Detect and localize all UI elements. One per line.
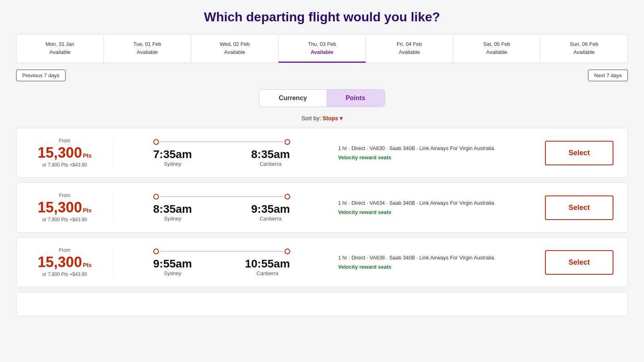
flight-3-route: 9:55am Sydney 10:55am Canberra: [113, 249, 330, 276]
arrival-circle: [285, 194, 290, 200]
arrival-circle: [285, 249, 290, 254]
flight-1-arrival: 8:35am Canberra: [251, 148, 290, 167]
flight-1-amount: 15,300 Pts: [25, 144, 105, 161]
flight-2-from-label: From: [25, 193, 105, 198]
tab-avail-1: Available: [107, 48, 188, 56]
flight-2-route-visual: [153, 194, 290, 200]
tab-sat-05-feb[interactable]: Sat, 05 Feb Available: [453, 35, 541, 63]
prev-7-days-button[interactable]: Previous 7 days: [16, 70, 66, 81]
select-button-1[interactable]: Select: [545, 141, 613, 165]
flight-3-details: 1 hr · Direct · VA638 · Saab 340B · Link…: [330, 253, 539, 272]
select-button-2[interactable]: Select: [545, 195, 613, 220]
flight-1-details: 1 hr · Direct · VA630 · Saab 340B · Link…: [330, 144, 539, 162]
flight-2-times: 8:35am Sydney 9:35am Canberra: [153, 203, 290, 222]
flight-2-alt-price: or 7,800 Pts +$43.90: [25, 217, 105, 222]
flight-card-1: From 15,300 Pts or 7,800 Pts +$43.90 7:3…: [16, 128, 628, 178]
route-line: [161, 251, 283, 251]
arrival-circle: [285, 139, 290, 145]
flight-3-amount: 15,300 Pts: [25, 254, 105, 271]
page-title: Which departing flight would you like?: [16, 10, 628, 25]
flight-3-price: From 15,300 Pts or 7,800 Pts +$43.90: [25, 247, 113, 277]
tab-avail-6: Available: [544, 48, 624, 56]
flight-3-route-visual: [153, 249, 290, 254]
tab-avail-4: Available: [369, 48, 450, 56]
flight-2-details: 1 hr · Direct · VA634 · Saab 340B · Link…: [330, 198, 539, 217]
tab-day-0: Mon, 31 Jan: [20, 40, 100, 48]
tab-day-5: Sat, 05 Feb: [456, 40, 537, 48]
flight-card-3: From 15,300 Pts or 7,800 Pts +$43.90 9:5…: [16, 237, 628, 287]
flight-2-price: From 15,300 Pts or 7,800 Pts +$43.90: [25, 193, 113, 222]
tab-sun-06-feb[interactable]: Sun, 06 Feb Available: [541, 35, 627, 63]
tab-avail-0: Available: [20, 48, 100, 56]
tab-day-6: Sun, 06 Feb: [544, 40, 624, 48]
tab-avail-3: Available: [282, 48, 362, 56]
flight-2-action: Select: [539, 195, 619, 220]
flight-list: From 15,300 Pts or 7,800 Pts +$43.90 7:3…: [16, 128, 628, 316]
date-tabs: Mon, 31 Jan Available Tue, 01 Feb Availa…: [16, 34, 628, 63]
tab-tue-01-feb[interactable]: Tue, 01 Feb Available: [104, 35, 191, 63]
route-line: [161, 196, 283, 197]
flight-1-action: Select: [539, 141, 619, 165]
sort-label: Sort by:: [301, 115, 321, 121]
sort-row: Sort by: Stops ▾: [16, 115, 628, 121]
tab-wed-02-feb[interactable]: Wed, 02 Feb Available: [191, 35, 279, 63]
tab-day-1: Tue, 01 Feb: [107, 40, 188, 48]
flight-card-2: From 15,300 Pts or 7,800 Pts +$43.90 8:3…: [16, 183, 628, 232]
currency-points-toggle: Currency Points: [259, 89, 385, 107]
flight-1-from-label: From: [25, 138, 105, 144]
nav-row: Previous 7 days Next 7 days: [16, 70, 628, 81]
flight-1-times: 7:35am Sydney 8:35am Canberra: [153, 148, 290, 167]
flight-2-route: 8:35am Sydney 9:35am Canberra: [113, 194, 330, 222]
flight-1-price: From 15,300 Pts or 7,800 Pts +$43.90: [25, 138, 113, 168]
departure-circle: [153, 139, 159, 145]
flight-2-departure: 8:35am Sydney: [153, 203, 192, 222]
flight-2-amount: 15,300 Pts: [25, 199, 105, 216]
flight-3-from-label: From: [25, 247, 105, 253]
currency-toggle-button[interactable]: Currency: [259, 90, 326, 107]
tab-day-3: Thu, 03 Feb: [282, 40, 362, 48]
flight-3-alt-price: or 7,800 Pts +$43.90: [25, 272, 105, 277]
flight-2-arrival: 9:35am Canberra: [251, 203, 290, 222]
flight-3-action: Select: [539, 250, 619, 275]
flight-3-times: 9:55am Sydney 10:55am Canberra: [153, 257, 290, 276]
points-toggle-button[interactable]: Points: [326, 90, 385, 107]
toggle-row: Currency Points: [16, 89, 628, 107]
departure-circle: [153, 194, 159, 200]
flight-1-route: 7:35am Sydney 8:35am Canberra: [113, 139, 330, 167]
select-button-3[interactable]: Select: [545, 250, 613, 275]
tab-thu-03-feb[interactable]: Thu, 03 Feb Available: [279, 35, 366, 63]
tab-fri-04-feb[interactable]: Fri, 04 Feb Available: [366, 35, 453, 63]
tab-mon-31-jan[interactable]: Mon, 31 Jan Available: [17, 35, 104, 63]
partial-flight-card: [16, 292, 628, 316]
tab-avail-2: Available: [194, 48, 275, 56]
next-7-days-button[interactable]: Next 7 days: [588, 70, 628, 81]
tab-day-4: Fri, 04 Feb: [369, 40, 450, 48]
flight-3-arrival: 10:55am Canberra: [245, 257, 290, 276]
tab-avail-5: Available: [456, 48, 537, 56]
flight-1-departure: 7:35am Sydney: [153, 148, 192, 167]
route-line: [161, 142, 283, 142]
tab-day-2: Wed, 02 Feb: [194, 40, 275, 48]
sort-value[interactable]: Stops ▾: [322, 115, 343, 121]
departure-circle: [153, 249, 159, 254]
flight-3-departure: 9:55am Sydney: [153, 257, 192, 276]
flight-1-alt-price: or 7,800 Pts +$43.90: [25, 162, 105, 168]
flight-1-route-visual: [153, 139, 290, 145]
